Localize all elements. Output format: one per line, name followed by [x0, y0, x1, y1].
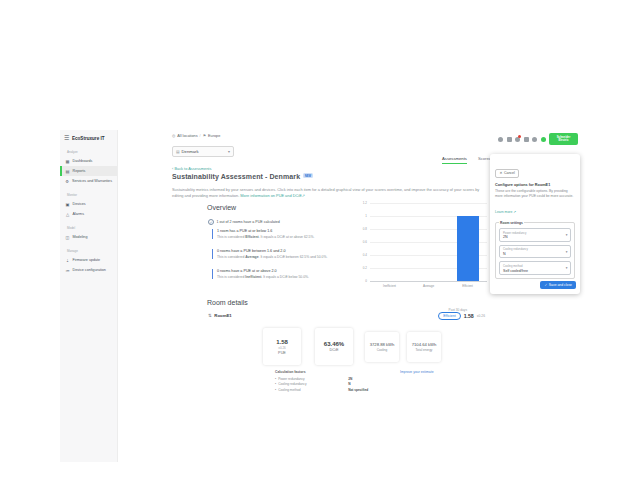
- room-settings-group: Room settings Power redundancy 2N ▾ Cool…: [495, 222, 575, 279]
- breadcrumb-region[interactable]: Europe: [208, 134, 220, 138]
- bar-chart-yaxis: 00.20.40.60.811.2: [352, 203, 367, 285]
- sidebar-section-analyze: Analyze ▦ Dashboards ▤ Reports ⚙ Service…: [60, 150, 117, 186]
- chart-xtick-label: Average: [409, 284, 448, 288]
- bullet-icon: •: [275, 377, 276, 381]
- chart-ytick-label: 0.2: [363, 267, 367, 270]
- factor-value: 2N: [348, 377, 352, 381]
- sidebar-item-modeling[interactable]: ◫ Modeling: [60, 232, 117, 242]
- sidebar-item-dashboards[interactable]: ▦ Dashboards: [60, 156, 117, 166]
- power-redundancy-select[interactable]: Power redundancy 2N ▾: [499, 228, 571, 242]
- chart-ytick-label: 0.6: [363, 241, 367, 244]
- sidebar-section-manage: Manage ⇣ Firmware update ≔ Device config…: [60, 249, 117, 275]
- room-details-title: Room details: [207, 299, 248, 306]
- sidebar-item-label: Modeling: [73, 235, 88, 239]
- metric-value: 3728.88 kWh: [370, 342, 395, 347]
- field-value: Self cooled/free: [503, 269, 562, 273]
- check-circle-icon: ✓: [208, 219, 214, 225]
- back-link-label: Back to Assessments: [174, 166, 211, 171]
- cancel-button[interactable]: ✕ Cancel: [495, 169, 519, 178]
- save-label: Save and close: [549, 283, 572, 287]
- device-configuration-icon: ≔: [65, 268, 70, 273]
- metric-card-total-energy: 7104.64 kWh Total energy: [407, 332, 441, 362]
- cooling-method-select[interactable]: Cooling method Self cooled/free ▾: [499, 261, 571, 275]
- back-to-assessments-link[interactable]: ‹ Back to Assessments: [172, 166, 211, 171]
- sidebar-item-firmware-update[interactable]: ⇣ Firmware update: [60, 255, 117, 265]
- configure-options-panel: ✕ Cancel Configure options for RoomE1 Th…: [490, 154, 580, 294]
- tab-assessments[interactable]: Assessments: [442, 156, 467, 164]
- factor-row-cooling-redundancy: • Cooling redundancy N: [275, 382, 425, 386]
- status-dot: [541, 137, 546, 142]
- chevron-down-icon: ▾: [566, 266, 568, 270]
- status-badge: Efficient: [438, 312, 460, 320]
- learn-more-link[interactable]: Learn more ↗: [495, 210, 516, 214]
- sidebar-item-services-warranties[interactable]: ⚙ Services and Warranties: [60, 176, 117, 186]
- description-text: Sustainability metrics informed by your …: [172, 187, 479, 198]
- sidebar-item-alarms[interactable]: △ Alarms: [60, 209, 117, 219]
- app-logo: EcoStruxure IT: [72, 136, 105, 141]
- factor-row-cooling-method: • Cooling method Not specified: [275, 388, 425, 392]
- services-icon: ⚙: [65, 179, 69, 184]
- panel-title: Configure options for RoomE1: [495, 183, 575, 187]
- sidebar-item-label: Devices: [73, 202, 86, 206]
- sidebar-item-devices[interactable]: ▣ Devices: [60, 199, 117, 209]
- factor-row-power: • Power redundancy 2N: [275, 377, 425, 381]
- field-value: N: [503, 252, 562, 256]
- screenshot-canvas: ☰ EcoStruxure IT Analyze ▦ Dashboards ▤ …: [0, 0, 640, 480]
- notification-badge: [518, 135, 521, 138]
- hamburger-menu-icon[interactable]: ☰: [64, 135, 69, 141]
- settings-icon[interactable]: [498, 137, 503, 142]
- sidebar-header: ☰ EcoStruxure IT: [60, 130, 117, 143]
- chart-ytick-label: 0: [365, 280, 367, 283]
- sidebar-item-reports[interactable]: ▤ Reports: [60, 166, 117, 176]
- location-icon: ◎: [172, 133, 175, 138]
- metric-uncertainty: ±0.26: [278, 346, 286, 350]
- metric-value: 7104.64 kWh: [412, 342, 437, 347]
- chevron-down-icon: ▾: [566, 233, 568, 237]
- breadcrumb-separator: /: [200, 134, 201, 138]
- factor-label: Cooling redundancy: [278, 382, 348, 386]
- save-and-close-button[interactable]: ✓ Save and close: [540, 281, 576, 289]
- header-icons-row: Schneider Electric: [498, 133, 578, 145]
- expand-icon[interactable]: ⇅: [208, 313, 212, 318]
- pue-dcie-info-link[interactable]: More information on PUE and DCiE: [240, 193, 301, 198]
- help-icon[interactable]: [507, 137, 512, 142]
- cooling-redundancy-select[interactable]: Cooling redundancy N ▾: [499, 245, 571, 259]
- chart-gridline: [370, 203, 487, 204]
- sidebar-item-label: Device configuration: [73, 268, 106, 272]
- sidebar-section-label: Monitor: [67, 193, 117, 197]
- metric-card-cooling: 3728.88 kWh Cooling: [365, 332, 399, 362]
- alarms-icon: △: [65, 212, 70, 217]
- apps-icon[interactable]: [524, 137, 529, 142]
- location-selector-value: Denmark: [182, 149, 199, 154]
- modeling-icon: ◫: [65, 235, 70, 240]
- sidebar-item-device-configuration[interactable]: ≔ Device configuration: [60, 265, 117, 275]
- notifications-icon[interactable]: [515, 137, 520, 142]
- building-icon: ▤: [176, 149, 180, 154]
- metric-card-dcie: 63.46% DCiE: [315, 328, 353, 365]
- location-selector[interactable]: ▤ Denmark ▾: [172, 146, 234, 157]
- bar-chart-plot: [370, 203, 487, 281]
- field-value: 2N: [503, 235, 562, 239]
- sidebar-section-label: Analyze: [67, 150, 117, 154]
- external-link-icon: ↗: [302, 193, 305, 198]
- metric-label: Cooling: [377, 348, 388, 352]
- user-icon[interactable]: [532, 137, 537, 142]
- metric-card-pue: 1.58 ±0.26 PUE: [263, 328, 301, 365]
- factor-value: Not specified: [348, 388, 368, 392]
- chevron-down-icon: ▾: [228, 149, 230, 154]
- panel-description: These are the configurable options. By p…: [495, 189, 575, 199]
- ecostruxure-app: ☰ EcoStruxure IT Analyze ▦ Dashboards ▤ …: [60, 130, 580, 462]
- chart-gridline: [370, 281, 487, 282]
- severity-label: Average: [245, 255, 258, 259]
- room-name: RoomE1: [214, 313, 231, 318]
- sidebar-item-label: Services and Warranties: [72, 179, 112, 183]
- sidebar-section-model: Model ◫ Modeling: [60, 226, 117, 242]
- metric-label: PUE: [278, 351, 286, 355]
- sidebar-section-label: Manage: [67, 249, 117, 253]
- devices-icon: ▣: [65, 202, 70, 207]
- improve-estimate-link[interactable]: Improve your estimate: [400, 370, 434, 374]
- breadcrumb-root[interactable]: All locations: [177, 134, 197, 138]
- brand-line2: Electric: [558, 139, 568, 142]
- room-row[interactable]: ⇅ RoomE1 Efficient 1.58 ±0.26: [208, 312, 485, 320]
- field-label: Power redundancy: [503, 231, 562, 235]
